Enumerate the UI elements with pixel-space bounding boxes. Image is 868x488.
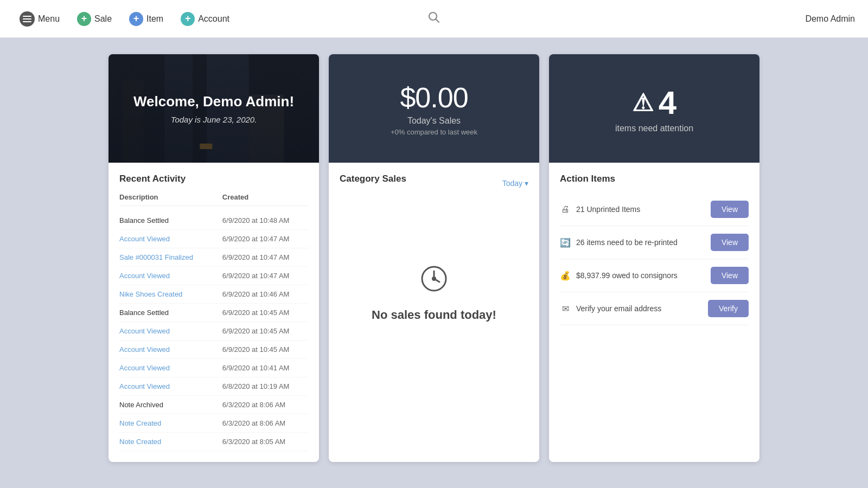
- clock-icon: [420, 265, 448, 299]
- sale-nav-item[interactable]: + Sale: [71, 8, 118, 30]
- action-items-panel: Action Items 🖨21 Unprinted ItemsView🔄26 …: [549, 163, 760, 462]
- consignors-button[interactable]: View: [711, 267, 749, 284]
- activity-description[interactable]: Account Viewed: [119, 272, 222, 280]
- email-button[interactable]: Verify: [708, 300, 749, 317]
- activity-created-date: 6/9/2020 at 10:45 AM: [222, 309, 308, 317]
- category-sales-panel: Category Sales Today ▾ No sales found to…: [329, 163, 539, 462]
- activity-description[interactable]: Nike Shoes Created: [119, 290, 222, 298]
- activity-header: Description Created: [119, 193, 308, 206]
- no-sales-text: No sales found today!: [372, 307, 496, 323]
- category-header: Category Sales Today ▾: [340, 174, 528, 193]
- sales-card: $0.00 Today's Sales +0% compared to last…: [329, 54, 539, 163]
- account-label: Account: [198, 14, 229, 24]
- activity-created-date: 6/9/2020 at 10:47 AM: [222, 272, 308, 280]
- account-icon: +: [181, 12, 195, 26]
- sales-amount: $0.00: [400, 81, 468, 114]
- action-item-left: 🔄26 items need to be re-printed: [560, 237, 678, 248]
- action-item-row: 🔄26 items need to be re-printedView: [560, 226, 749, 259]
- warning-icon: ⚠: [632, 89, 653, 117]
- recent-activity-title: Recent Activity: [119, 174, 308, 184]
- activity-list: Balance Settled6/9/2020 at 10:48 AMAccou…: [119, 211, 308, 451]
- unprinted-button[interactable]: View: [711, 201, 749, 218]
- action-item-row: ✉Verify your email addressVerify: [560, 292, 749, 325]
- activity-created-date: 6/3/2020 at 8:06 AM: [222, 419, 308, 427]
- reprint-icon: 🔄: [560, 237, 571, 248]
- reprint-button[interactable]: View: [711, 234, 749, 251]
- search-icon[interactable]: [428, 11, 440, 26]
- activity-description: Balance Settled: [119, 216, 222, 224]
- activity-created-date: 6/9/2020 at 10:47 AM: [222, 253, 308, 261]
- activity-created-date: 6/3/2020 at 8:06 AM: [222, 401, 308, 409]
- action-item-text: $8,937.99 owed to consignors: [576, 271, 678, 280]
- svg-rect-0: [23, 16, 31, 17]
- activity-created-date: 6/8/2020 at 10:19 AM: [222, 382, 308, 390]
- action-items-list: 🖨21 Unprinted ItemsView🔄26 items need to…: [560, 193, 749, 325]
- account-nav-item[interactable]: + Account: [174, 8, 236, 30]
- activity-description: Balance Settled: [119, 309, 222, 317]
- sales-compare: +0% compared to last week: [391, 128, 477, 136]
- activity-description: Note Archived: [119, 401, 222, 409]
- category-sales-title: Category Sales: [340, 174, 406, 184]
- activity-row: Note Created6/3/2020 at 8:05 AM: [119, 433, 308, 451]
- attention-card: ⚠ 4 items need attention: [549, 54, 760, 163]
- menu-icon: [20, 11, 35, 27]
- action-item-text: 26 items need to be re-printed: [576, 238, 678, 247]
- activity-created-date: 6/9/2020 at 10:45 AM: [222, 345, 308, 354]
- activity-row: Sale #000031 Finalized6/9/2020 at 10:47 …: [119, 248, 308, 267]
- consignors-icon: 💰: [560, 271, 571, 281]
- email-icon: ✉: [560, 304, 571, 314]
- activity-row: Account Viewed6/9/2020 at 10:45 AM: [119, 322, 308, 341]
- activity-created-date: 6/9/2020 at 10:41 AM: [222, 364, 308, 372]
- activity-description[interactable]: Account Viewed: [119, 345, 222, 354]
- activity-description[interactable]: Account Viewed: [119, 327, 222, 335]
- navbar: Menu + Sale + Item + Account Demo Admin: [0, 0, 868, 38]
- chevron-down-icon: ▾: [525, 179, 528, 188]
- activity-row: Note Created6/3/2020 at 8:06 AM: [119, 414, 308, 433]
- activity-row: Account Viewed6/9/2020 at 10:47 AM: [119, 230, 308, 248]
- attention-number: ⚠ 4: [632, 84, 676, 121]
- welcome-title: Welcome, Demo Admin!: [133, 93, 294, 111]
- activity-desc-header: Description: [119, 193, 222, 201]
- activity-description[interactable]: Note Created: [119, 419, 222, 427]
- activity-description[interactable]: Account Viewed: [119, 364, 222, 372]
- item-nav-item[interactable]: + Item: [123, 8, 170, 30]
- activity-description[interactable]: Note Created: [119, 438, 222, 446]
- activity-row: Account Viewed6/8/2020 at 10:19 AM: [119, 377, 308, 396]
- welcome-card-content: Welcome, Demo Admin! Today is June 23, 2…: [133, 93, 294, 125]
- action-item-text: Verify your email address: [576, 304, 661, 313]
- activity-row: Note Archived6/3/2020 at 8:06 AM: [119, 396, 308, 414]
- svg-rect-2: [23, 21, 31, 22]
- activity-created-date: 6/3/2020 at 8:05 AM: [222, 438, 308, 446]
- action-item-row: 🖨21 Unprinted ItemsView: [560, 193, 749, 226]
- sales-label: Today's Sales: [407, 116, 461, 126]
- attention-count: 4: [659, 84, 676, 121]
- activity-row: Account Viewed6/9/2020 at 10:45 AM: [119, 341, 308, 359]
- action-item-left: ✉Verify your email address: [560, 304, 661, 314]
- action-items-column: ⚠ 4 items need attention Action Items 🖨2…: [549, 54, 760, 462]
- activity-created-date: 6/9/2020 at 10:48 AM: [222, 216, 308, 224]
- user-label: Demo Admin: [805, 14, 855, 24]
- activity-created-date: 6/9/2020 at 10:46 AM: [222, 290, 308, 298]
- menu-nav-item[interactable]: Menu: [13, 7, 66, 31]
- activity-description[interactable]: Account Viewed: [119, 382, 222, 390]
- activity-date-header: Created: [222, 193, 308, 201]
- recent-activity-column: Welcome, Demo Admin! Today is June 23, 2…: [108, 54, 319, 462]
- action-items-title: Action Items: [560, 174, 749, 184]
- activity-row: Nike Shoes Created6/9/2020 at 10:46 AM: [119, 285, 308, 304]
- today-filter-label: Today: [502, 179, 522, 188]
- action-item-left: 💰$8,937.99 owed to consignors: [560, 271, 678, 281]
- activity-description[interactable]: Account Viewed: [119, 235, 222, 243]
- no-sales-message: No sales found today!: [340, 202, 528, 386]
- svg-rect-1: [23, 18, 31, 20]
- item-icon: +: [129, 12, 143, 26]
- activity-row: Account Viewed6/9/2020 at 10:47 AM: [119, 267, 308, 285]
- svg-point-8: [433, 278, 436, 280]
- unprinted-icon: 🖨: [560, 204, 571, 214]
- activity-description[interactable]: Sale #000031 Finalized: [119, 253, 222, 261]
- action-item-row: 💰$8,937.99 owed to consignorsView: [560, 259, 749, 292]
- attention-label: items need attention: [615, 124, 693, 133]
- activity-row: Account Viewed6/9/2020 at 10:41 AM: [119, 359, 308, 377]
- today-filter-button[interactable]: Today ▾: [502, 179, 528, 188]
- menu-label: Menu: [38, 14, 60, 24]
- nav-left: Menu + Sale + Item + Account: [13, 7, 236, 31]
